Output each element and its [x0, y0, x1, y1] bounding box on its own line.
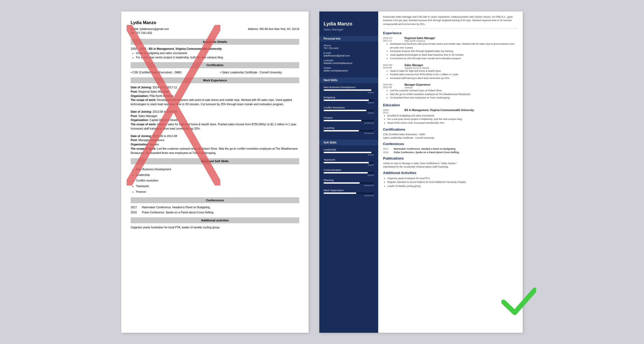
- hard-skill-item: Finance Advanced: [319, 116, 378, 126]
- education-container: 2009 -2013 BS in Management, Virginia Co…: [383, 109, 518, 125]
- hard-skills-title: Hard Skills: [319, 77, 378, 83]
- left-contact-right: Address: 350 5th Ave New York, NY, 10118: [248, 27, 299, 35]
- conf-text-2: Pulse Conference. Spoke on a Panel about…: [142, 210, 214, 215]
- conf-row: 2016 Pulse Conference. Spoke on a Panel …: [383, 151, 518, 154]
- pub-item: Interviewed for the Accelerate! Podcast …: [383, 165, 518, 168]
- org-label-3: Organization:: [131, 143, 149, 146]
- experience-entry: 2013-08 -2014-09 Sales Manager Capital H…: [383, 64, 518, 80]
- hard-skill-item: New Business Development Expert: [319, 85, 378, 95]
- skill-4: Teamwork: [136, 183, 299, 189]
- sidebar-name-block: Lydia Manzo Sales Manager: [319, 17, 378, 32]
- conf-row: 2017 Rainmaker Conference. Headed a Pane…: [383, 148, 518, 150]
- conf-header: Conferences: [131, 197, 299, 203]
- work-2-scope: The scope of work: Head of sales for hig…: [131, 122, 299, 131]
- additional-item: Organize yearly fundraiser for local PTA…: [387, 176, 518, 180]
- hard-skill-item: Conflict Resolution Expert: [319, 105, 378, 116]
- soft-skill-item: Work Supervision Advanced: [319, 188, 378, 198]
- left-contact-left: E-Mail: lydiafmanzo@gmail.com Tel: 757-7…: [131, 27, 169, 35]
- conf-year-1: 2017: [131, 205, 139, 210]
- address-label: Address:: [248, 28, 259, 31]
- education-entry: 2009 – 2013 - BS in Management, Virginia…: [131, 47, 299, 59]
- conf-text-1: Rainmaker Conference. Headed a Panel on …: [142, 205, 211, 210]
- edu-bullet: Excelled in budgeting and sales coursewo…: [387, 114, 518, 118]
- skills-list: New Business Development Leadership Conf…: [136, 167, 299, 195]
- right-name: Lydia Manzo: [324, 21, 374, 27]
- cert-item: CSE (Certified Sales Executive) - SMEI.: [383, 133, 518, 136]
- twitter-label: Twitter: [324, 67, 374, 69]
- work-2-post: Post: Sales Manager: [131, 114, 299, 118]
- soft-skills-title: Soft Skills: [319, 140, 378, 145]
- right-resume: Lydia Manzo Sales Manager Personal Info …: [319, 12, 523, 333]
- soft-skill-item: Leadership Expert: [319, 148, 378, 158]
- conf-year-2: 2016: [131, 210, 139, 215]
- cert-container: CSE (Certified Sales Executive) - SMEI.S…: [383, 133, 518, 139]
- edu-years: 2009 – 2013 -: [131, 47, 148, 50]
- experience-container: 2014-10 -2017-11 Regional Sales Manager …: [383, 37, 518, 100]
- edu-bullet-1: Great in budgeting and sales coursework.: [136, 51, 299, 55]
- cert-2: • Sales Leadership Certificate - Cornell…: [220, 70, 299, 75]
- soft-skill-item: Teamwork Expert: [319, 158, 378, 168]
- edu-bullets: Great in budgeting and sales coursework.…: [136, 51, 299, 60]
- exp-bullet: Was the go-to conflict resolution employ…: [390, 93, 518, 96]
- additional-item: Regular volunteer to recruit helpers for…: [387, 180, 518, 184]
- edu-bullet-2: For a one-year senior project in leaders…: [136, 55, 299, 60]
- work-entry-3: Date of Joining: 2010-06 to 2012-08 Post…: [131, 134, 299, 155]
- skill-1: New Business Development: [136, 167, 299, 172]
- post-label-2: Post:: [131, 114, 138, 118]
- experience-entry: 2010-06 -2012-08 Manager Experience Vari…: [383, 83, 518, 100]
- work-entry-1: Date of Joining: 2014-10 to 2017-11 Post…: [131, 85, 299, 107]
- experience-title: Experience: [383, 31, 518, 35]
- exp-bullet: Cut turnover by 25% through team morale …: [390, 57, 518, 61]
- publications-title: Publications: [383, 156, 518, 160]
- summary-text: Passionate Sales Manager and CSE with 4+…: [383, 15, 518, 29]
- email-block: E-mail lydiafmanzo@gmail.com: [319, 51, 378, 59]
- phone-value: 757-729-1432: [324, 47, 374, 50]
- left-contact: E-Mail: lydiafmanzo@gmail.com Tel: 757-7…: [131, 27, 299, 35]
- left-name: Lydia Manzo: [131, 20, 299, 26]
- soft-skill-item: Planning Advanced: [319, 178, 378, 188]
- work-header: Work Experience: [131, 77, 299, 84]
- conf-row-2: 2016 Pulse Conference. Spoke on a Panel …: [131, 210, 299, 215]
- exp-bullet: Pushed sales revenue from $750,000/yr to…: [390, 73, 518, 77]
- right-sidebar: Lydia Manzo Sales Manager Personal Info …: [319, 12, 378, 333]
- linkedin-block: LinkedIn linkedin.com/in/lydiamanzo: [319, 59, 378, 66]
- certifications-title: Certifications: [383, 127, 518, 131]
- conf-container: 2017 Rainmaker Conference. Headed a Pane…: [383, 148, 518, 154]
- exp-bullet: Increased revenue 30% through targeted s…: [390, 50, 518, 53]
- address-value: 350 5th Ave New York, NY, 10118: [259, 28, 299, 31]
- cert-header: Certification: [131, 62, 299, 68]
- conferences-title: Conferences: [383, 142, 518, 146]
- hard-skills-container: New Business Development Expert Budgetin…: [319, 85, 378, 136]
- work-2-org: Organization: Capital Home & Hearth: [131, 118, 299, 122]
- phone-block: Phone 757-729-1432: [319, 44, 378, 51]
- work-3-post: Post: Manager Experience: [131, 138, 299, 142]
- work-1-scope: The scope of work: Developed new busines…: [131, 98, 299, 107]
- pub-item: Article on How to Manage a Sales Team Pu…: [383, 162, 518, 165]
- right-email-label: E-mail: [324, 52, 374, 54]
- exp-bullet: Developed new business with point-of-sal…: [390, 42, 518, 50]
- tel-label: Tel:: [131, 32, 135, 35]
- soft-skills-container: Leadership Expert Teamwork Expert Commun…: [319, 148, 378, 198]
- scope-label-3: The scope of work:: [131, 147, 156, 150]
- org-label-2: Organization:: [131, 118, 149, 122]
- tel-value: 757-729-1432: [135, 32, 152, 35]
- cert-row: • CSE (Certified Sales Executive) - SMEI…: [131, 70, 299, 75]
- date-label-3: Date of Joining:: [131, 134, 152, 138]
- right-title: Sales Manager: [324, 28, 374, 31]
- additional-text: Organize yearly fundraiser for local PTA…: [131, 225, 299, 230]
- cert-1: • CSE (Certified Sales Executive) - SMEI…: [131, 70, 210, 75]
- skill-2: Leadership: [136, 172, 299, 178]
- email-label: E-Mail:: [131, 28, 139, 31]
- exp-bullet: Led the customer outreach team at Hubert…: [390, 89, 518, 93]
- education-entry: 2009 -2013 BS in Management, Virginia Co…: [383, 109, 518, 125]
- exp-bullet: On-boarded three new employees at Trent …: [390, 96, 518, 100]
- edu-bullet: Head of the Anime Club. Increased member…: [387, 121, 518, 125]
- soft-skill-item: Communication Expert: [319, 168, 378, 178]
- work-1-date: Date of Joining: 2014-10 to 2017-11: [131, 85, 299, 90]
- left-resume: Lydia Manzo E-Mail: lydiafmanzo@gmail.co…: [121, 12, 309, 333]
- skills-header: Hard and Soft Skills: [131, 158, 299, 164]
- work-3-date: Date of Joining: 2010-06 to 2012-08: [131, 134, 299, 138]
- work-3-scope: The scope of work: Led the customer outr…: [131, 147, 299, 155]
- additional-container: Organize yearly fundraiser for local PTA…: [387, 176, 518, 188]
- personal-info-title: Personal Info: [319, 36, 378, 41]
